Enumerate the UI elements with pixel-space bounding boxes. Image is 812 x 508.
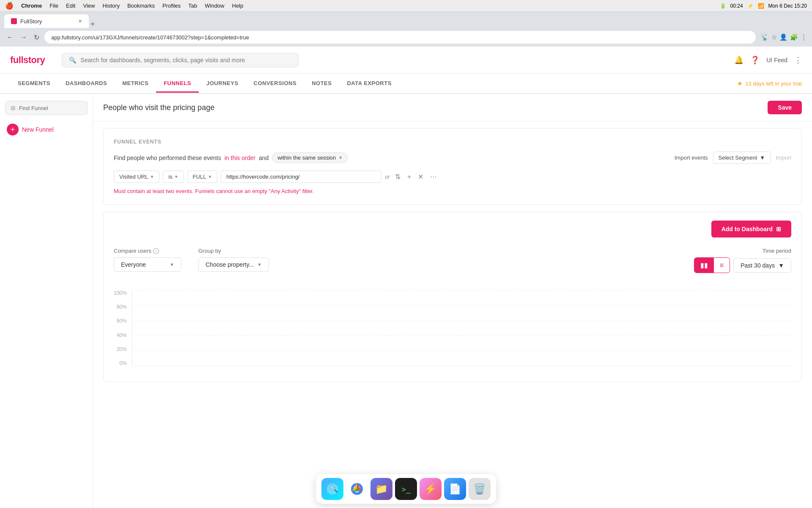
nav-data-exports[interactable]: DATA EXPORTS	[339, 75, 399, 93]
chrome-menu[interactable]: Chrome	[21, 3, 42, 9]
dashboard-grid-icon: ⊞	[776, 226, 781, 232]
more-options-icon[interactable]: ⋯	[428, 171, 439, 182]
group-by-group: Group by Choose property... ▼	[198, 248, 269, 272]
y-label-40: 40%	[114, 332, 127, 338]
reorder-icon[interactable]: ⇅	[393, 171, 402, 182]
import-events-button[interactable]: Import events	[675, 155, 708, 161]
nav-conversions[interactable]: CONVERSIONS	[246, 75, 304, 93]
import-button[interactable]: Import	[776, 155, 791, 161]
refresh-button[interactable]: ↻	[32, 32, 41, 43]
add-condition-icon[interactable]: +	[406, 171, 413, 182]
save-button[interactable]: Save	[768, 101, 802, 114]
dock-lightbulb[interactable]: ⚡	[420, 478, 442, 500]
find-funnel-input[interactable]: ⊞ Find Funnel	[5, 101, 88, 115]
nav-segments[interactable]: SEGMENTS	[10, 75, 58, 93]
clock: Mon 6 Dec 15:20	[768, 3, 807, 9]
back-button[interactable]: ←	[5, 32, 15, 43]
grid-line-60	[132, 320, 791, 321]
compare-info-icon[interactable]: i	[153, 248, 159, 254]
search-bar[interactable]: 🔍	[62, 53, 299, 67]
nav-metrics[interactable]: METRICS	[115, 75, 156, 93]
add-dashboard-label: Add to Dashboard	[721, 226, 773, 232]
nav-links: SEGMENTS DASHBOARDS METRICS FUNNELS JOUR…	[10, 75, 399, 92]
dock-trash[interactable]: 🗑️	[469, 478, 491, 500]
trash-icon: 🗑️	[473, 483, 486, 495]
session-dropdown[interactable]: within the same session ▼	[272, 152, 348, 163]
time-period-select[interactable]: Past 30 days ▼	[733, 258, 791, 273]
session-label: within the same session	[277, 155, 336, 161]
trial-star-icon: ★	[737, 80, 743, 87]
profiles-menu[interactable]: Profiles	[162, 3, 181, 9]
header-more-btn[interactable]: ⋮	[794, 55, 802, 65]
nav-notes[interactable]: NOTES	[304, 75, 339, 93]
new-funnel-button[interactable]: + New Funnel	[5, 120, 88, 139]
content-area: People who visit the pricing page Save F…	[93, 94, 812, 508]
chart-container: 100% 80% 60% 40% 20% 0%	[114, 290, 791, 366]
nav-dashboards[interactable]: DASHBOARDS	[58, 75, 115, 93]
wifi-icon: 📶	[758, 3, 764, 9]
in-this-order-link[interactable]: in this order	[225, 155, 255, 161]
cast-icon[interactable]: 📡	[761, 33, 769, 41]
new-tab-button[interactable]: +	[91, 20, 95, 28]
compare-users-select[interactable]: Everyone ▼	[114, 257, 181, 272]
macos-menubar: 🍎 Chrome File Edit View History Bookmark…	[0, 0, 812, 12]
file-menu[interactable]: File	[49, 3, 58, 9]
toolbar-icons: 📡 ☆ 👤 🧩 ⋮	[761, 33, 807, 41]
dock-files[interactable]: 📁	[370, 478, 392, 500]
app-logo[interactable]: fullstory	[10, 55, 45, 66]
help-icon[interactable]: ❓	[750, 55, 760, 65]
extensions-icon[interactable]: 🧩	[790, 33, 798, 41]
apple-menu[interactable]: 🍎	[5, 2, 14, 10]
dock-notes[interactable]: 📄	[444, 478, 466, 500]
more-options-icon[interactable]: ⋮	[801, 33, 807, 41]
import-area: Import events Select Segment ▼ Import	[675, 152, 791, 164]
ui-feed-link[interactable]: UI Feed	[766, 57, 787, 64]
bookmark-icon[interactable]: ☆	[771, 33, 777, 41]
browser-tab[interactable]: FullStory ✕	[4, 14, 89, 28]
bar-chart-view-btn[interactable]: ▮▮	[694, 258, 714, 273]
controls-row: Compare users i Everyone ▼ Group by	[114, 248, 791, 273]
compare-label: Compare users i	[114, 248, 181, 254]
help-menu[interactable]: Help	[232, 3, 244, 9]
visited-url-select[interactable]: Visited URL ▼	[114, 171, 159, 183]
full-select[interactable]: FULL ▼	[187, 171, 218, 183]
view-toggle: ▮▮ ≡	[694, 257, 730, 273]
chart-body	[132, 290, 791, 366]
select-segment-dropdown[interactable]: Select Segment ▼	[713, 152, 771, 164]
main-layout: ⊞ Find Funnel + New Funnel People who vi…	[0, 94, 812, 508]
add-to-dashboard-button[interactable]: Add to Dashboard ⊞	[711, 221, 791, 237]
search-input[interactable]	[80, 57, 275, 64]
time-period-group: Time period ▮▮ ≡ Past 30 days ▼	[694, 248, 791, 273]
dock-terminal[interactable]: >_	[395, 478, 417, 500]
terminal-icon: >_	[401, 485, 411, 494]
forward-button[interactable]: →	[19, 32, 29, 43]
address-bar[interactable]	[44, 31, 756, 44]
table-view-btn[interactable]: ≡	[714, 258, 730, 273]
url-input[interactable]	[221, 171, 381, 183]
window-menu[interactable]: Window	[205, 3, 224, 9]
time-value: Past 30 days	[741, 262, 775, 269]
group-by-select[interactable]: Choose property... ▼	[198, 257, 269, 272]
action-icons: ⇅ + ✕ ⋯	[393, 171, 439, 182]
is-operator-select[interactable]: is ▼	[163, 171, 184, 183]
full-chevron-icon: ▼	[208, 174, 212, 179]
tab-close-btn[interactable]: ✕	[78, 19, 82, 24]
y-label-80: 80%	[114, 304, 127, 310]
edit-menu[interactable]: Edit	[66, 3, 75, 9]
history-menu[interactable]: History	[102, 3, 119, 9]
event-row: Visited URL ▼ is ▼ FULL ▼ or ⇅	[114, 171, 791, 183]
segment-chevron-icon: ▼	[760, 155, 765, 161]
view-menu[interactable]: View	[83, 3, 95, 9]
remove-condition-icon[interactable]: ✕	[416, 171, 425, 182]
find-text: Find people who performed these events	[114, 155, 221, 161]
user-icon[interactable]: 👤	[779, 33, 787, 41]
nav-journeys[interactable]: JOURNEYS	[199, 75, 246, 93]
dock-finder[interactable]: 🔍	[321, 478, 343, 500]
grid-line-80	[132, 305, 791, 306]
notifications-icon[interactable]: 🔔	[734, 55, 743, 65]
tab-menu[interactable]: Tab	[188, 3, 197, 9]
bookmarks-menu[interactable]: Bookmarks	[127, 3, 155, 9]
nav-funnels[interactable]: FUNNELS	[156, 75, 199, 93]
menubar-right-icons: 🔋 00:24 ⚡ 📶 Mon 6 Dec 15:20	[720, 3, 807, 9]
dock-chrome[interactable]	[346, 478, 368, 500]
